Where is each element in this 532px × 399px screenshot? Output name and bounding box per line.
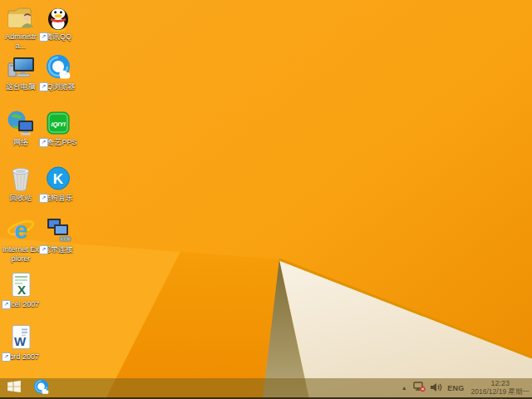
show-hidden-icons-button[interactable]: ▴ [400,378,408,397]
language-indicator[interactable]: ENG [447,378,464,397]
broadband-connection-icon [43,216,73,244]
shortcut-arrow-icon: ↗ [2,300,11,309]
svg-text:K: K [53,171,64,187]
internet-explorer-icon: e [6,216,36,244]
qq-browser-icon [43,53,73,81]
desktop-icon-qq-browser[interactable]: ↗ QQ浏览器 [39,53,77,91]
speaker-icon [431,381,442,396]
desktop-icon-broadband-connection[interactable]: ↗ 宽带连接 [39,216,77,254]
svg-text:iQIYI: iQIYI [51,121,66,128]
shortcut-arrow-icon: ↗ [39,32,48,42]
network-status-button[interactable] [413,378,426,397]
desktop[interactable]: Administra... ↗ 腾讯QQ [0,0,532,399]
icon-label: Administra... [2,32,40,50]
desktop-icon-recycle-bin[interactable]: 回收站 [2,165,40,203]
icon-label: 网络 [2,138,40,147]
wallpaper [0,0,532,399]
start-button[interactable] [0,378,28,397]
qq-penguin-icon [43,3,73,32]
shortcut-arrow-icon: ↗ [39,194,48,203]
desktop-icon-administrator-folder[interactable]: Administra... [2,3,40,50]
desktop-icon-network[interactable]: 网络 [2,109,40,147]
word-icon: W [6,323,36,352]
desktop-icon-internet-explorer[interactable]: e Internet Explorer [2,216,40,263]
user-folder-icon [6,3,36,32]
computer-icon [6,53,36,81]
excel-icon: X [6,271,36,299]
icon-label: Internet Explorer [2,245,40,263]
windows-logo-icon [7,381,21,395]
network-globe-icon [6,109,36,137]
recycle-bin-icon [6,165,36,193]
shortcut-arrow-icon: ↗ [39,138,48,147]
icon-label: 这台电脑 [2,82,40,91]
icon-label: 回收站 [2,194,40,203]
volume-button[interactable] [431,378,442,397]
network-disconnected-icon [413,381,426,396]
desktop-icon-excel-2007[interactable]: X ↗ Excel 2007 [2,271,40,309]
qq-browser-icon [32,378,50,398]
desktop-icon-iqiyi-pps[interactable]: iQIYI ↗ 爱奇艺PPS [39,109,77,147]
system-tray: ▴ [400,378,532,397]
desktop-icon-word-2007[interactable]: W ↗ Word 2007 [2,323,40,362]
taskbar: ▴ [0,378,532,399]
language-code: ENG [447,384,464,392]
tray-time: 12:23 [471,380,530,387]
svg-text:W: W [14,334,27,348]
svg-text:X: X [17,283,26,297]
shortcut-arrow-icon: ↗ [39,245,48,254]
desktop-icon-tencent-qq[interactable]: ↗ 腾讯QQ [39,3,77,42]
iqiyi-icon: iQIYI [43,109,73,137]
tray-date: 2016/12/19 星期一 [471,388,530,396]
clock[interactable]: 12:23 2016/12/19 星期一 [470,378,530,397]
taskbar-qq-browser-button[interactable] [28,378,53,397]
chevron-up-icon: ▴ [402,384,406,392]
shortcut-arrow-icon: ↗ [2,352,11,362]
kugou-icon: K [43,165,73,193]
shortcut-arrow-icon: ↗ [39,82,48,91]
desktop-icon-kugou-music[interactable]: K ↗ 酷狗音乐 [39,165,77,203]
desktop-icon-this-pc[interactable]: 这台电脑 [2,53,40,91]
